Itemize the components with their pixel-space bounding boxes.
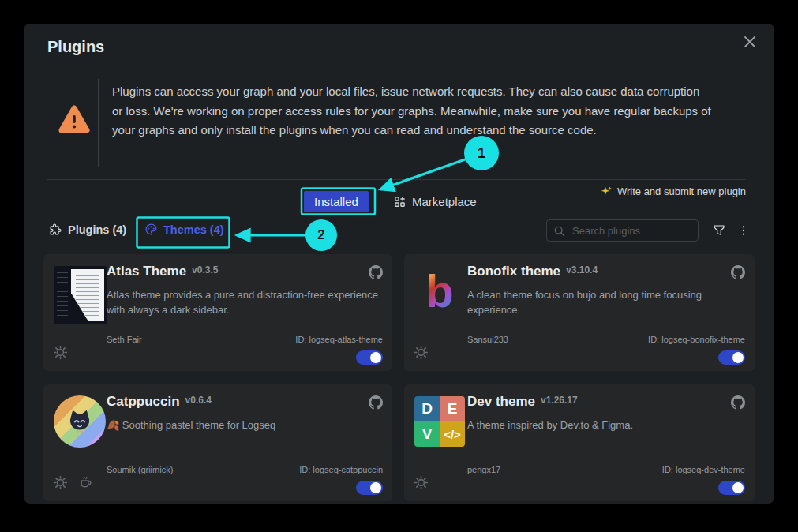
atlas-theme-thumbnail (54, 266, 107, 324)
theme-settings-button[interactable] (54, 476, 67, 493)
filter-icon (712, 223, 726, 238)
warning-text: Plugins can access your graph and your l… (112, 82, 712, 140)
kebab-menu-icon (737, 224, 750, 237)
close-button[interactable] (740, 32, 760, 52)
plugins-modal: Plugins Plugins can access your graph an… (24, 24, 774, 504)
subtab-plugins[interactable]: Plugins (4) (49, 223, 126, 236)
sponsor-coffee-button[interactable] (78, 474, 93, 493)
more-options-button[interactable] (735, 222, 752, 239)
github-icon[interactable] (731, 395, 745, 413)
theme-card-bonofix: b Bonofix themev3.10.4 A clean theme foc… (404, 254, 755, 371)
coffee-icon (78, 474, 93, 489)
tabs-divider (47, 179, 746, 180)
theme-card-catppuccin: Catppuccinv0.6.4 🍂 Soothing pastel theme… (43, 384, 392, 501)
theme-id: ID: logseq-atlas-theme (295, 335, 383, 344)
gear-icon (54, 346, 67, 359)
github-icon[interactable] (369, 395, 383, 413)
theme-name: Bonofix themev3.10.4 (467, 264, 598, 279)
screen: Plugins Plugins can access your graph an… (0, 0, 798, 532)
theme-version: v0.3.5 (192, 264, 218, 275)
gear-icon (414, 476, 428, 489)
theme-id: ID: logseq-dev-theme (662, 465, 745, 474)
tab-installed[interactable]: Installed (304, 191, 369, 212)
marketplace-icon (393, 195, 406, 208)
annotation-step-1: 1 (464, 136, 499, 170)
theme-settings-button[interactable] (414, 476, 428, 493)
theme-name: Catppuccinv0.6.4 (107, 394, 212, 410)
subtab-themes-label: Themes (4) (163, 223, 224, 236)
theme-description: 🍂 Soothing pastel theme for Logseq (107, 418, 380, 433)
page-title: Plugins (47, 38, 104, 56)
filter-button[interactable] (710, 222, 728, 239)
github-icon[interactable] (731, 265, 745, 283)
warning-icon (58, 104, 91, 139)
write-submit-plugin-link[interactable]: Write and submit new plugin (601, 185, 746, 197)
github-icon[interactable] (369, 265, 383, 283)
theme-toggle[interactable] (718, 350, 745, 365)
subtab-themes[interactable]: Themes (4) (144, 223, 224, 236)
annotation-step-2: 2 (305, 219, 337, 251)
search-input[interactable] (571, 220, 695, 241)
theme-card-atlas: Atlas Themev0.3.5 Atlas theme provides a… (43, 254, 392, 371)
sparkles-icon (601, 185, 613, 197)
theme-settings-button[interactable] (414, 346, 428, 362)
gear-icon (54, 476, 67, 489)
gear-icon (414, 346, 428, 359)
search-box (546, 219, 699, 242)
close-icon (743, 35, 757, 49)
tab-marketplace-label: Marketplace (412, 195, 477, 208)
theme-name: Atlas Themev0.3.5 (107, 264, 218, 279)
theme-id: ID: logseq-catppuccin (299, 465, 383, 474)
theme-settings-button[interactable] (54, 346, 67, 362)
write-submit-plugin-label: Write and submit new plugin (617, 185, 746, 197)
theme-toggle[interactable] (356, 350, 383, 365)
theme-toggle[interactable] (718, 481, 745, 495)
theme-author: Sansui233 (467, 335, 508, 344)
themes-grid: Atlas Themev0.3.5 Atlas theme provides a… (43, 254, 756, 501)
theme-name: Dev themev1.26.17 (467, 394, 578, 410)
theme-author: pengx17 (467, 465, 500, 474)
palette-icon (144, 223, 158, 236)
theme-id: ID: logseq-bonofix-theme (648, 335, 745, 344)
theme-description: Atlas theme provides a pure and distract… (107, 287, 380, 317)
warning-divider (98, 79, 99, 167)
theme-author: Seth Fair (107, 335, 142, 344)
catppuccin-theme-logo (54, 395, 106, 448)
theme-description: A clean theme focus on bujo and long tim… (467, 287, 742, 317)
dev-theme-logo: D E V </> (414, 396, 465, 447)
theme-description: A theme inspired by Dev.to & Figma. (467, 418, 742, 433)
theme-version: v3.10.4 (566, 264, 598, 275)
bonofix-theme-logo: b (414, 266, 465, 317)
subtab-plugins-label: Plugins (4) (68, 223, 126, 236)
theme-toggle[interactable] (356, 481, 383, 495)
theme-author: Soumik (griimick) (107, 465, 173, 474)
theme-version: v1.26.17 (541, 395, 578, 406)
theme-version: v0.6.4 (185, 395, 212, 406)
search-icon (553, 225, 566, 238)
tab-marketplace[interactable]: Marketplace (393, 191, 477, 212)
puzzle-icon (49, 223, 62, 236)
theme-card-dev: D E V </> Dev themev1.26.17 A theme insp… (404, 384, 755, 501)
